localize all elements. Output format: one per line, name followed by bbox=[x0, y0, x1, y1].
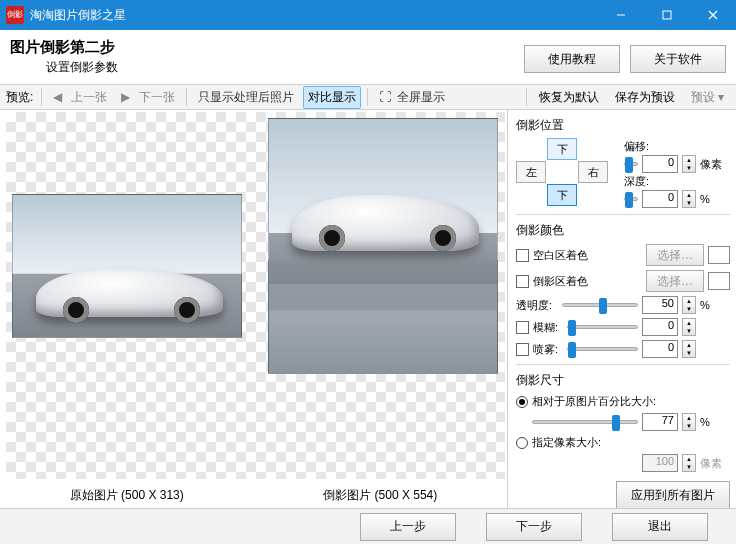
exit-button[interactable]: 退出 bbox=[612, 513, 708, 541]
blank-color-swatch bbox=[708, 246, 730, 264]
fullscreen-button[interactable]: ⛶全屏显示 bbox=[374, 86, 450, 109]
spray-slider[interactable] bbox=[567, 347, 638, 351]
depth-label: 深度: bbox=[624, 174, 666, 189]
spray-value[interactable]: 0 bbox=[642, 340, 678, 358]
compare-view-button[interactable]: 对比显示 bbox=[303, 86, 361, 109]
dir-up[interactable]: 下 bbox=[547, 138, 577, 160]
blur-slider[interactable] bbox=[567, 325, 638, 329]
toolbar: 预览: ◀上一张 ▶下一张 只显示处理后照片 对比显示 ⛶全屏显示 恢复为默认 … bbox=[0, 84, 736, 110]
about-button[interactable]: 关于软件 bbox=[630, 45, 726, 73]
offset-slider[interactable] bbox=[624, 162, 638, 166]
result-only-button[interactable]: 只显示处理后照片 bbox=[193, 86, 299, 109]
result-caption: 倒影图片 (500 X 554) bbox=[323, 487, 437, 504]
absolute-size-label: 指定像素大小: bbox=[532, 435, 601, 450]
blank-color-select[interactable]: 选择… bbox=[646, 244, 704, 266]
save-preset-button[interactable]: 保存为预设 bbox=[609, 87, 681, 108]
svg-rect-1 bbox=[663, 11, 671, 19]
dir-right[interactable]: 右 bbox=[578, 161, 608, 183]
opacity-value[interactable]: 50 bbox=[642, 296, 678, 314]
depth-value[interactable]: 0 bbox=[642, 190, 678, 208]
settings-panel: 倒影位置 下 左右 下 偏移: 0▲▼像素 深度: 0▲▼% 倒影颜色 空白区着… bbox=[508, 110, 736, 514]
restore-default-button[interactable]: 恢复为默认 bbox=[533, 87, 605, 108]
next-step-button[interactable]: 下一步 bbox=[486, 513, 582, 541]
prev-step-button[interactable]: 上一步 bbox=[360, 513, 456, 541]
next-icon: ▶ bbox=[121, 90, 135, 104]
footer: 上一步 下一步 退出 bbox=[0, 508, 736, 544]
dir-left[interactable]: 左 bbox=[516, 161, 546, 183]
relative-size-radio[interactable] bbox=[516, 396, 528, 408]
relative-size-slider[interactable] bbox=[532, 420, 638, 424]
depth-unit: % bbox=[700, 193, 730, 205]
preview-canvas bbox=[6, 112, 505, 479]
preset-dropdown[interactable]: 预设 ▾ bbox=[685, 87, 730, 108]
absolute-size-unit: 像素 bbox=[700, 456, 730, 471]
original-caption: 原始图片 (500 X 313) bbox=[70, 487, 184, 504]
step-subtitle: 设置倒影参数 bbox=[46, 59, 118, 76]
region-fill-checkbox[interactable] bbox=[516, 275, 529, 288]
header: 图片倒影第二步 设置倒影参数 使用教程 关于软件 bbox=[0, 30, 736, 84]
next-image-button[interactable]: ▶下一张 bbox=[116, 86, 180, 109]
titlebar: 倒影 淘淘图片倒影之星 bbox=[0, 0, 736, 30]
maximize-button[interactable] bbox=[644, 0, 690, 30]
preview-pane: 原始图片 (500 X 313) 倒影图片 (500 X 554) bbox=[0, 110, 508, 514]
prev-image-button[interactable]: ◀上一张 bbox=[48, 86, 112, 109]
relative-size-stepper[interactable]: ▲▼ bbox=[682, 413, 696, 431]
opacity-label: 透明度: bbox=[516, 298, 558, 313]
absolute-size-radio[interactable] bbox=[516, 437, 528, 449]
opacity-slider[interactable] bbox=[562, 303, 638, 307]
region-color-select[interactable]: 选择… bbox=[646, 270, 704, 292]
fullscreen-icon: ⛶ bbox=[379, 90, 393, 104]
app-icon: 倒影 bbox=[6, 6, 24, 24]
absolute-size-stepper[interactable]: ▲▼ bbox=[682, 454, 696, 472]
step-title: 图片倒影第二步 bbox=[10, 38, 118, 57]
prev-icon: ◀ bbox=[53, 90, 67, 104]
blank-fill-checkbox[interactable] bbox=[516, 249, 529, 262]
blank-fill-label: 空白区着色 bbox=[533, 248, 642, 263]
offset-unit: 像素 bbox=[700, 157, 730, 172]
original-thumbnail bbox=[12, 194, 242, 338]
spray-checkbox[interactable] bbox=[516, 343, 529, 356]
apply-to-all-button[interactable]: 应用到所有图片 bbox=[616, 481, 730, 509]
offset-value[interactable]: 0 bbox=[642, 155, 678, 173]
direction-selector: 下 左右 下 bbox=[516, 138, 608, 209]
relative-size-value[interactable]: 77 bbox=[642, 413, 678, 431]
blur-value[interactable]: 0 bbox=[642, 318, 678, 336]
blur-checkbox[interactable] bbox=[516, 321, 529, 334]
offset-stepper[interactable]: ▲▼ bbox=[682, 155, 696, 173]
preview-label: 预览: bbox=[6, 89, 33, 106]
tutorial-button[interactable]: 使用教程 bbox=[524, 45, 620, 73]
minimize-button[interactable] bbox=[598, 0, 644, 30]
relative-size-label: 相对于原图片百分比大小: bbox=[532, 394, 656, 409]
spray-label: 喷雾: bbox=[533, 342, 563, 357]
depth-stepper[interactable]: ▲▼ bbox=[682, 190, 696, 208]
close-button[interactable] bbox=[690, 0, 736, 30]
absolute-size-value: 100 bbox=[642, 454, 678, 472]
region-fill-label: 倒影区着色 bbox=[533, 274, 642, 289]
blur-stepper[interactable]: ▲▼ bbox=[682, 318, 696, 336]
offset-label: 偏移: bbox=[624, 139, 666, 154]
region-color-swatch bbox=[708, 272, 730, 290]
color-group-title: 倒影颜色 bbox=[516, 222, 730, 239]
opacity-stepper[interactable]: ▲▼ bbox=[682, 296, 696, 314]
dir-down[interactable]: 下 bbox=[547, 184, 577, 206]
size-group-title: 倒影尺寸 bbox=[516, 372, 730, 389]
spray-stepper[interactable]: ▲▼ bbox=[682, 340, 696, 358]
depth-slider[interactable] bbox=[624, 197, 638, 201]
blur-label: 模糊: bbox=[533, 320, 563, 335]
position-group-title: 倒影位置 bbox=[516, 117, 730, 134]
result-thumbnail bbox=[268, 118, 498, 374]
app-title: 淘淘图片倒影之星 bbox=[30, 7, 598, 24]
chevron-down-icon: ▾ bbox=[715, 90, 724, 104]
